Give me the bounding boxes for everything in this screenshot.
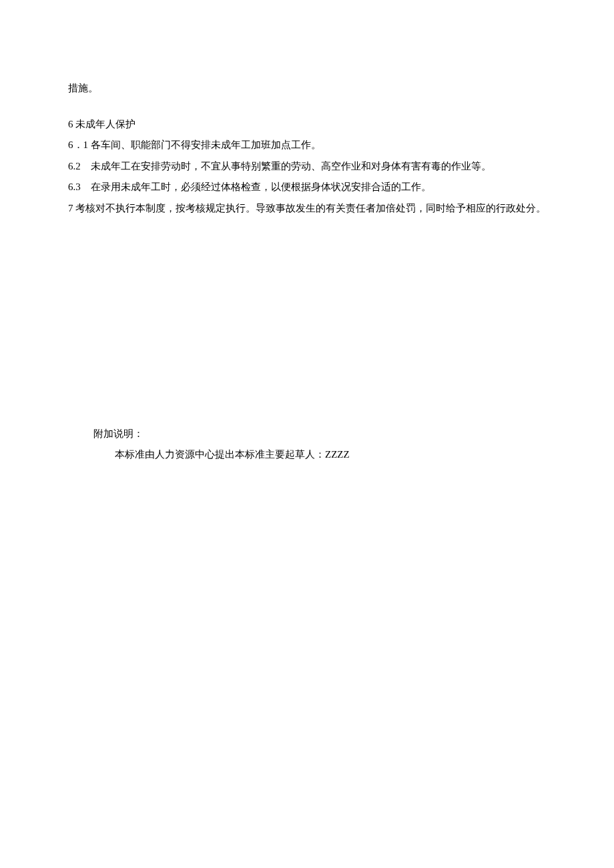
appendix-section: 附加说明： 本标准由人力资源中心提出本标准主要起草人：ZZZZ [68, 424, 547, 464]
section-6-2: 6.2 未成年工在安排劳动时，不宜从事特别繁重的劳动、高空作业和对身体有害有毒的… [68, 157, 547, 176]
appendix-body: 本标准由人力资源中心提出本标准主要起草人：ZZZZ [68, 445, 547, 464]
section-7: 7 考核对不执行本制度，按考核规定执行。导致事故发生的有关责任者加倍处罚，同时给… [68, 199, 547, 218]
section-6-heading: 6 未成年人保护 [68, 115, 547, 134]
section-6-1: 6．1 各车间、职能部门不得安排未成年工加班加点工作。 [68, 135, 547, 155]
appendix-title: 附加说明： [68, 424, 547, 444]
paragraph-measures-continuation: 措施。 [68, 79, 547, 98]
section-6-3: 6.3 在录用未成年工时，必须经过体格检查，以便根据身体状况安排合适的工作。 [68, 177, 547, 197]
